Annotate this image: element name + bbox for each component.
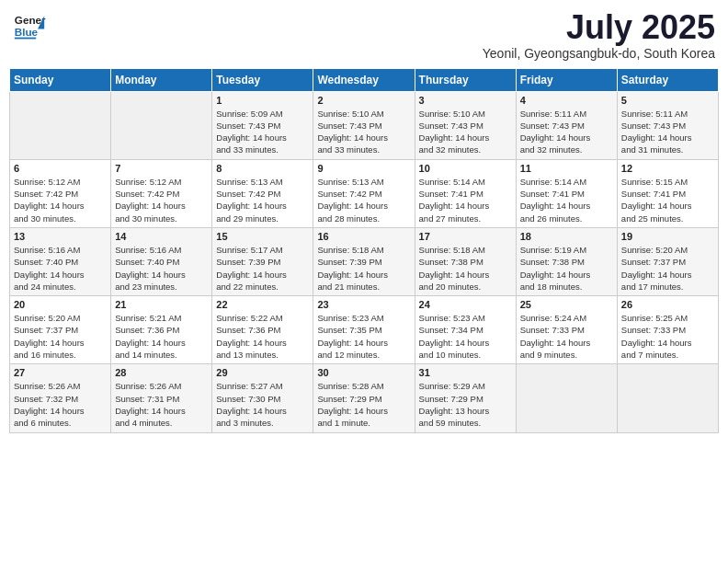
day-info: Sunrise: 5:27 AMSunset: 7:30 PMDaylight:…: [216, 380, 309, 429]
calendar-cell: 29Sunrise: 5:27 AMSunset: 7:30 PMDayligh…: [212, 364, 313, 432]
day-number: 1: [216, 95, 309, 106]
calendar-cell: 12Sunrise: 5:15 AMSunset: 7:41 PMDayligh…: [617, 159, 718, 227]
calendar-cell: 17Sunrise: 5:18 AMSunset: 7:38 PMDayligh…: [415, 227, 516, 295]
day-number: 8: [216, 163, 309, 174]
day-number: 19: [621, 231, 714, 242]
calendar-cell: 18Sunrise: 5:19 AMSunset: 7:38 PMDayligh…: [516, 227, 617, 295]
day-info: Sunrise: 5:26 AMSunset: 7:32 PMDaylight:…: [14, 380, 107, 429]
day-info: Sunrise: 5:10 AMSunset: 7:43 PMDaylight:…: [419, 108, 512, 156]
day-info: Sunrise: 5:18 AMSunset: 7:39 PMDaylight:…: [317, 244, 410, 293]
calendar-cell: 11Sunrise: 5:14 AMSunset: 7:41 PMDayligh…: [516, 159, 617, 227]
day-number: 23: [317, 299, 410, 310]
day-number: 11: [520, 163, 613, 174]
day-info: Sunrise: 5:23 AMSunset: 7:35 PMDaylight:…: [317, 312, 410, 361]
day-number: 31: [419, 367, 512, 378]
calendar-table: SundayMondayTuesdayWednesdayThursdayFrid…: [9, 68, 719, 433]
logo: General Blue: [13, 9, 46, 42]
day-info: Sunrise: 5:11 AMSunset: 7:43 PMDaylight:…: [621, 108, 714, 156]
day-info: Sunrise: 5:14 AMSunset: 7:41 PMDaylight:…: [520, 176, 613, 224]
calendar-cell: 6Sunrise: 5:12 AMSunset: 7:42 PMDaylight…: [10, 159, 111, 227]
calendar-cell: 10Sunrise: 5:14 AMSunset: 7:41 PMDayligh…: [415, 159, 516, 227]
day-info: Sunrise: 5:26 AMSunset: 7:31 PMDaylight:…: [115, 380, 208, 429]
calendar-cell: 8Sunrise: 5:13 AMSunset: 7:42 PMDaylight…: [212, 159, 313, 227]
title-block: July 2025 Yeonil, Gyeongsangbuk-do, Sout…: [483, 9, 715, 61]
day-info: Sunrise: 5:13 AMSunset: 7:42 PMDaylight:…: [317, 176, 410, 224]
calendar-cell: 7Sunrise: 5:12 AMSunset: 7:42 PMDaylight…: [111, 159, 212, 227]
calendar-cell: 1Sunrise: 5:09 AMSunset: 7:43 PMDaylight…: [212, 91, 313, 159]
day-info: Sunrise: 5:12 AMSunset: 7:42 PMDaylight:…: [14, 176, 107, 224]
calendar-cell: 5Sunrise: 5:11 AMSunset: 7:43 PMDaylight…: [617, 91, 718, 159]
calendar-cell: 28Sunrise: 5:26 AMSunset: 7:31 PMDayligh…: [111, 364, 212, 432]
calendar-cell: 9Sunrise: 5:13 AMSunset: 7:42 PMDaylight…: [313, 159, 415, 227]
month-title: July 2025: [483, 9, 715, 46]
day-info: Sunrise: 5:19 AMSunset: 7:38 PMDaylight:…: [520, 244, 613, 293]
calendar-cell: 13Sunrise: 5:16 AMSunset: 7:40 PMDayligh…: [10, 227, 111, 295]
calendar-cell: 31Sunrise: 5:29 AMSunset: 7:29 PMDayligh…: [415, 364, 516, 432]
calendar-cell: 21Sunrise: 5:21 AMSunset: 7:36 PMDayligh…: [111, 296, 212, 364]
day-info: Sunrise: 5:20 AMSunset: 7:37 PMDaylight:…: [621, 244, 714, 293]
day-info: Sunrise: 5:17 AMSunset: 7:39 PMDaylight:…: [216, 244, 309, 293]
calendar-cell: 20Sunrise: 5:20 AMSunset: 7:37 PMDayligh…: [10, 296, 111, 364]
day-number: 18: [520, 231, 613, 242]
calendar-week-2: 6Sunrise: 5:12 AMSunset: 7:42 PMDaylight…: [10, 159, 719, 227]
weekday-header-row: SundayMondayTuesdayWednesdayThursdayFrid…: [10, 68, 719, 91]
day-number: 16: [317, 231, 410, 242]
weekday-header-monday: Monday: [111, 68, 212, 91]
day-number: 12: [621, 163, 714, 174]
day-info: Sunrise: 5:09 AMSunset: 7:43 PMDaylight:…: [216, 108, 309, 156]
day-info: Sunrise: 5:24 AMSunset: 7:33 PMDaylight:…: [520, 312, 613, 361]
day-info: Sunrise: 5:10 AMSunset: 7:43 PMDaylight:…: [317, 108, 410, 156]
day-number: 9: [317, 163, 410, 174]
calendar-cell: 2Sunrise: 5:10 AMSunset: 7:43 PMDaylight…: [313, 91, 415, 159]
calendar-cell: 27Sunrise: 5:26 AMSunset: 7:32 PMDayligh…: [10, 364, 111, 432]
day-number: 7: [115, 163, 208, 174]
day-info: Sunrise: 5:12 AMSunset: 7:42 PMDaylight:…: [115, 176, 208, 224]
day-number: 5: [621, 95, 714, 106]
day-info: Sunrise: 5:20 AMSunset: 7:37 PMDaylight:…: [14, 312, 107, 361]
page-header: General Blue July 2025 Yeonil, Gyeongsan…: [9, 9, 719, 61]
calendar-cell: 24Sunrise: 5:23 AMSunset: 7:34 PMDayligh…: [415, 296, 516, 364]
calendar-week-4: 20Sunrise: 5:20 AMSunset: 7:37 PMDayligh…: [10, 296, 719, 364]
day-info: Sunrise: 5:18 AMSunset: 7:38 PMDaylight:…: [419, 244, 512, 293]
day-number: 29: [216, 367, 309, 378]
calendar-cell: [10, 91, 111, 159]
calendar-cell: [617, 364, 718, 432]
weekday-header-thursday: Thursday: [415, 68, 516, 91]
day-number: 3: [419, 95, 512, 106]
calendar-cell: 14Sunrise: 5:16 AMSunset: 7:40 PMDayligh…: [111, 227, 212, 295]
subtitle: Yeonil, Gyeongsangbuk-do, South Korea: [483, 46, 715, 61]
calendar-cell: 16Sunrise: 5:18 AMSunset: 7:39 PMDayligh…: [313, 227, 415, 295]
day-info: Sunrise: 5:13 AMSunset: 7:42 PMDaylight:…: [216, 176, 309, 224]
day-number: 27: [14, 367, 107, 378]
day-number: 24: [419, 299, 512, 310]
day-info: Sunrise: 5:25 AMSunset: 7:33 PMDaylight:…: [621, 312, 714, 361]
calendar-week-1: 1Sunrise: 5:09 AMSunset: 7:43 PMDaylight…: [10, 91, 719, 159]
day-number: 17: [419, 231, 512, 242]
day-number: 20: [14, 299, 107, 310]
weekday-header-saturday: Saturday: [617, 68, 718, 91]
day-info: Sunrise: 5:14 AMSunset: 7:41 PMDaylight:…: [419, 176, 512, 224]
weekday-header-friday: Friday: [516, 68, 617, 91]
day-info: Sunrise: 5:21 AMSunset: 7:36 PMDaylight:…: [115, 312, 208, 361]
day-number: 22: [216, 299, 309, 310]
weekday-header-tuesday: Tuesday: [212, 68, 313, 91]
calendar-cell: [516, 364, 617, 432]
day-info: Sunrise: 5:23 AMSunset: 7:34 PMDaylight:…: [419, 312, 512, 361]
weekday-header-sunday: Sunday: [10, 68, 111, 91]
calendar-week-5: 27Sunrise: 5:26 AMSunset: 7:32 PMDayligh…: [10, 364, 719, 432]
calendar-cell: [111, 91, 212, 159]
day-number: 30: [317, 367, 410, 378]
day-number: 13: [14, 231, 107, 242]
svg-text:Blue: Blue: [15, 26, 39, 38]
day-number: 28: [115, 367, 208, 378]
calendar-cell: 15Sunrise: 5:17 AMSunset: 7:39 PMDayligh…: [212, 227, 313, 295]
day-number: 6: [14, 163, 107, 174]
calendar-cell: 19Sunrise: 5:20 AMSunset: 7:37 PMDayligh…: [617, 227, 718, 295]
day-number: 21: [115, 299, 208, 310]
day-number: 15: [216, 231, 309, 242]
day-number: 2: [317, 95, 410, 106]
day-number: 10: [419, 163, 512, 174]
day-info: Sunrise: 5:28 AMSunset: 7:29 PMDaylight:…: [317, 380, 410, 429]
day-info: Sunrise: 5:16 AMSunset: 7:40 PMDaylight:…: [14, 244, 107, 293]
logo-icon: General Blue: [13, 9, 46, 42]
